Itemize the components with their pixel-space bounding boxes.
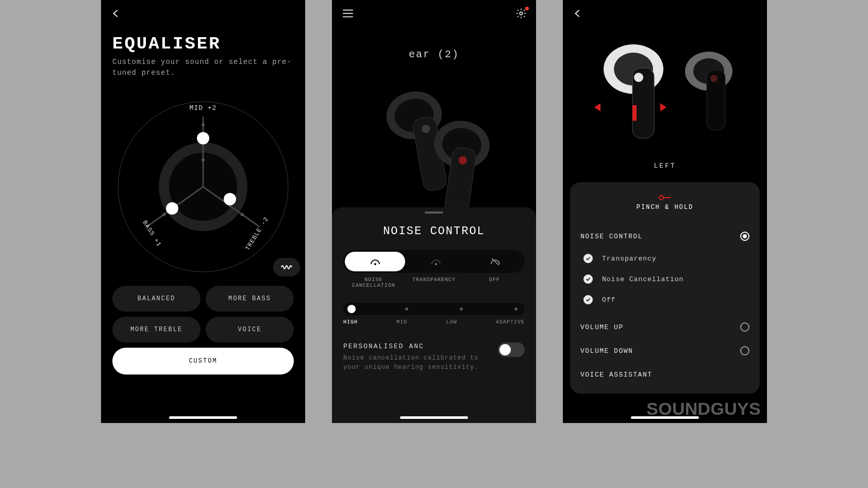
segment-off[interactable] bbox=[466, 256, 525, 267]
option-label: VOICE ASSISTANT bbox=[580, 371, 653, 379]
slider-tick bbox=[514, 307, 518, 311]
option-label: NOISE CONTROL bbox=[580, 233, 643, 240]
option-label: VOLUME UP bbox=[580, 323, 624, 331]
panc-title: PERSONALISED ANC bbox=[343, 343, 482, 350]
option-voice-assistant[interactable]: VOICE ASSISTANT bbox=[580, 363, 749, 386]
page-subtitle: Customise your sound or select a pre-tun… bbox=[101, 57, 305, 86]
equaliser-screen: EQUALISER Customise your sound or select… bbox=[101, 0, 305, 423]
check-icon bbox=[583, 295, 593, 304]
svg-point-9 bbox=[162, 213, 165, 216]
page-title: EQUALISER bbox=[101, 29, 305, 57]
axis-mid-label: MID +2 bbox=[190, 104, 217, 112]
check-icon bbox=[583, 254, 593, 263]
panc-description: Noise cancellation calibrated to your un… bbox=[343, 353, 482, 372]
svg-point-7 bbox=[202, 158, 205, 161]
option-volume-down[interactable]: VOLUME DOWN bbox=[580, 339, 749, 363]
equaliser-dial[interactable]: MID +2 BASS +1 TREBLE -2 bbox=[101, 89, 305, 274]
advanced-eq-button[interactable] bbox=[273, 258, 300, 276]
seg-label-off: OFF bbox=[464, 277, 525, 288]
svg-point-11 bbox=[241, 213, 244, 216]
svg-point-18 bbox=[520, 12, 523, 15]
check-icon bbox=[583, 274, 593, 284]
noise-control-sheet: NOISE CONTROL NO bbox=[332, 207, 536, 423]
slider-tick bbox=[405, 307, 408, 311]
slider-knob[interactable] bbox=[347, 305, 356, 313]
anc-level-low: LOW bbox=[446, 319, 457, 325]
product-name: ear (2) bbox=[332, 48, 536, 60]
subopt-label: Transparency bbox=[602, 255, 657, 263]
svg-line-29 bbox=[492, 258, 499, 265]
radio-unselected-icon bbox=[740, 346, 749, 355]
subopt-noise-cancellation[interactable]: Noise Cancellation bbox=[580, 269, 749, 289]
anc-level-adaptive: ADAPTIVE bbox=[496, 319, 525, 325]
option-noise-control[interactable]: NOISE CONTROL bbox=[580, 224, 749, 248]
side-label: LEFT bbox=[563, 162, 767, 170]
gesture-name: PINCH & HOLD bbox=[580, 204, 749, 211]
preset-balanced[interactable]: BALANCED bbox=[112, 286, 201, 312]
subopt-transparency[interactable]: Transparency bbox=[580, 248, 749, 269]
sheet-title: NOISE CONTROL bbox=[343, 225, 525, 238]
subopt-label: Off bbox=[602, 296, 615, 304]
preset-more-bass[interactable]: MORE BASS bbox=[206, 286, 294, 312]
radio-selected-icon bbox=[740, 232, 749, 241]
off-icon bbox=[490, 256, 501, 267]
svg-point-27 bbox=[374, 263, 376, 265]
svg-point-5 bbox=[202, 123, 205, 126]
svg-point-34 bbox=[634, 73, 643, 82]
notification-dot-icon bbox=[525, 7, 529, 10]
gesture-config-screen: LEFT PINCH & HOLD NOISE CONTROL Transpar… bbox=[563, 0, 767, 423]
preset-voice[interactable]: VOICE bbox=[206, 317, 294, 343]
segment-anc[interactable] bbox=[345, 252, 405, 271]
earbud-illustration bbox=[332, 78, 536, 217]
watermark: SOUNDGUYS bbox=[646, 399, 761, 419]
waveform-icon bbox=[281, 263, 292, 271]
panc-toggle[interactable] bbox=[498, 343, 525, 357]
topbar bbox=[332, 0, 536, 29]
topbar bbox=[101, 0, 305, 29]
svg-marker-36 bbox=[660, 103, 666, 111]
sheet-handle[interactable] bbox=[425, 212, 443, 214]
segment-transparency[interactable] bbox=[407, 257, 465, 266]
seg-label-transparency: TRANSPARENCY bbox=[404, 277, 464, 288]
svg-point-40 bbox=[710, 75, 717, 82]
slider-tick bbox=[460, 307, 463, 311]
option-label: VOLUME DOWN bbox=[580, 347, 633, 355]
preset-grid: BALANCED MORE BASS MORE TREBLE VOICE bbox=[101, 274, 305, 343]
anc-icon bbox=[370, 257, 381, 266]
topbar bbox=[563, 0, 767, 29]
option-volume-up[interactable]: VOLUME UP bbox=[580, 315, 749, 339]
svg-marker-35 bbox=[594, 103, 600, 111]
earbud-pair bbox=[563, 36, 767, 155]
pinch-hold-icon bbox=[580, 194, 749, 201]
seg-label-anc: NOISE CANCELLATION bbox=[343, 277, 404, 288]
svg-point-13 bbox=[166, 202, 178, 215]
anc-level-labels: HIGH MID LOW ADAPTIVE bbox=[343, 319, 525, 325]
preset-custom[interactable]: CUSTOM bbox=[112, 348, 294, 375]
gesture-card: PINCH & HOLD NOISE CONTROL Transparency … bbox=[570, 182, 760, 394]
svg-rect-33 bbox=[632, 105, 637, 121]
subopt-label: Noise Cancellation bbox=[602, 275, 683, 283]
back-arrow-icon[interactable] bbox=[572, 8, 583, 21]
subopt-off[interactable]: Off bbox=[580, 289, 749, 310]
anc-level-high: HIGH bbox=[343, 319, 358, 325]
anc-level-slider[interactable] bbox=[343, 303, 525, 315]
transparency-icon bbox=[431, 257, 441, 266]
preset-more-treble[interactable]: MORE TREBLE bbox=[112, 317, 201, 343]
hamburger-icon[interactable] bbox=[341, 7, 355, 22]
home-indicator[interactable] bbox=[400, 416, 468, 419]
personalised-anc-row: PERSONALISED ANC Noise cancellation cali… bbox=[343, 343, 525, 372]
dial-svg bbox=[115, 89, 291, 274]
toggle-knob bbox=[499, 344, 511, 355]
anc-level-mid: MID bbox=[396, 319, 407, 325]
noise-control-screen: ear (2) NOISE CONTROL bbox=[332, 0, 536, 423]
back-arrow-icon[interactable] bbox=[110, 8, 122, 21]
settings-button[interactable] bbox=[515, 8, 527, 21]
svg-point-41 bbox=[659, 196, 663, 200]
radio-unselected-icon bbox=[740, 322, 749, 332]
noise-mode-segmented[interactable] bbox=[343, 250, 525, 273]
segment-labels: NOISE CANCELLATION TRANSPARENCY OFF bbox=[343, 277, 525, 288]
svg-point-12 bbox=[197, 132, 209, 144]
svg-point-28 bbox=[435, 263, 437, 265]
home-indicator[interactable] bbox=[169, 416, 237, 419]
svg-point-14 bbox=[224, 193, 236, 205]
